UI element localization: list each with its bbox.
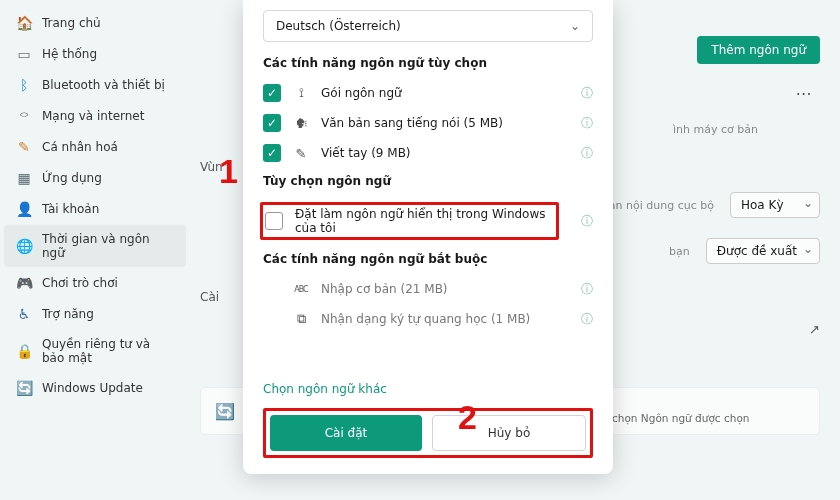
checkbox-unchecked-icon[interactable] [265,212,283,230]
sidebar-item-label: Quyền riêng tư và bảo mật [42,337,174,365]
sidebar-item-network[interactable]: ⌔Mạng và internet [4,101,186,131]
region-select[interactable]: Hoa Kỳ [730,192,820,218]
option-ocr: ⧉ Nhận dạng ký tự quang học (1 MB) ⓘ [263,304,593,334]
sidebar-item-label: Trang chủ [42,16,101,30]
option-label: Nhận dạng ký tự quang học (1 MB) [321,312,569,326]
sidebar-item-label: Trợ năng [42,307,94,321]
brush-icon: ✎ [16,139,32,155]
gamepad-icon: 🎮 [16,275,32,291]
apps-icon: ▦ [16,170,32,186]
info-icon[interactable]: ⓘ [581,281,593,298]
sidebar-item-accessibility[interactable]: ♿Trợ năng [4,299,186,329]
annotation-1: 1 [219,152,238,191]
sidebar-item-label: Chơi trò chơi [42,276,118,290]
cancel-button[interactable]: Hủy bỏ [432,415,586,451]
option-language-pack[interactable]: ✓ ⟟ Gói ngôn ngữ ⓘ [263,78,593,108]
option-handwriting[interactable]: ✓ ✎ Viết tay (9 MB) ⓘ [263,138,593,168]
sidebar-item-update[interactable]: 🔄Windows Update [4,373,186,403]
info-icon[interactable]: ⓘ [581,145,593,162]
globe-icon: 🌐 [16,238,32,254]
keyboard-icon: ABC [293,285,309,294]
sidebar-item-label: Mạng và internet [42,109,144,123]
home-icon: 🏠 [16,15,32,31]
choose-other-language-link[interactable]: Chọn ngôn ngữ khác [263,382,593,396]
annotation-2: 2 [458,398,477,437]
refresh-icon: 🔄 [16,380,32,396]
info-icon[interactable]: ⓘ [581,85,593,102]
open-external-icon[interactable]: ↗ [809,322,820,337]
checkbox-checked-icon[interactable]: ✓ [263,114,281,132]
optional-features-heading: Các tính năng ngôn ngữ tùy chọn [263,56,593,70]
sidebar-item-label: Cá nhân hoá [42,140,118,154]
language-dropdown[interactable]: Deutsch (Österreich) [263,10,593,42]
sidebar-item-label: Bluetooth và thiết bị [42,78,165,92]
sidebar-item-apps[interactable]: ▦Ứng dụng [4,163,186,193]
info-icon[interactable]: ⓘ [581,213,593,230]
info-icon[interactable]: ⓘ [581,115,593,132]
sidebar-item-home[interactable]: 🏠Trang chủ [4,8,186,38]
sidebar-item-label: Ứng dụng [42,171,102,185]
sidebar-item-personalization[interactable]: ✎Cá nhân hoá [4,132,186,162]
format-select[interactable]: Được đề xuất [706,238,820,264]
add-language-button[interactable]: Thêm ngôn ngữ [697,36,820,64]
handwriting-icon: ✎ [293,146,309,161]
option-label: Nhập cơ bản (21 MB) [321,282,569,296]
option-label: Gói ngôn ngữ [321,86,569,100]
sidebar-item-system[interactable]: ▭Hệ thống [4,39,186,69]
sidebar-item-privacy[interactable]: 🔒Quyền riêng tư và bảo mật [4,330,186,372]
checkbox-checked-icon[interactable]: ✓ [263,144,281,162]
language-preferences-heading: Tùy chọn ngôn ngữ [263,174,593,188]
checkbox-checked-icon[interactable]: ✓ [263,84,281,102]
sync-icon: 🔄 [215,402,235,421]
lock-icon: 🔒 [16,343,32,359]
settings-sidebar: 🏠Trang chủ ▭Hệ thống ᛒBluetooth và thiết… [0,0,190,500]
option-label: Văn bản sang tiếng nói (5 MB) [321,116,569,130]
sidebar-item-bluetooth[interactable]: ᛒBluetooth và thiết bị [4,70,186,100]
more-options-button[interactable]: ⋯ [788,84,820,103]
user-icon: 👤 [16,201,32,217]
network-icon: ⌔ [16,108,32,124]
hint-text: ình máy cơ bản [673,123,758,136]
section-cut-label [200,43,204,57]
required-features-heading: Các tính năng ngôn ngữ bắt buộc [263,252,593,266]
install-button[interactable]: Cài đặt [270,415,422,451]
accessibility-icon: ♿ [16,306,32,322]
hint-text: bạn [669,245,690,258]
sidebar-item-label: Windows Update [42,381,143,395]
sidebar-item-label: Hệ thống [42,47,97,61]
option-text-to-speech[interactable]: ✓ 🗣 Văn bản sang tiếng nói (5 MB) ⓘ [263,108,593,138]
option-label: Đặt làm ngôn ngữ hiển thị trong Windows … [295,207,554,235]
sidebar-item-gaming[interactable]: 🎮Chơi trò chơi [4,268,186,298]
install-language-dialog: Deutsch (Österreich) Các tính năng ngôn … [243,0,613,474]
sidebar-item-label: Tài khoản [42,202,99,216]
option-basic-typing: ABC Nhập cơ bản (21 MB) ⓘ [263,274,593,304]
tts-icon: 🗣 [293,116,309,131]
option-label: Viết tay (9 MB) [321,146,569,160]
option-set-display-language[interactable]: Đặt làm ngôn ngữ hiển thị trong Windows … [263,196,593,246]
sidebar-item-time-language[interactable]: 🌐Thời gian và ngôn ngữ [4,225,186,267]
ocr-icon: ⧉ [293,311,309,327]
sidebar-item-accounts[interactable]: 👤Tài khoản [4,194,186,224]
info-icon[interactable]: ⓘ [581,311,593,328]
system-icon: ▭ [16,46,32,62]
bluetooth-icon: ᛒ [16,77,32,93]
sidebar-item-label: Thời gian và ngôn ngữ [42,232,174,260]
language-pack-icon: ⟟ [293,85,309,101]
